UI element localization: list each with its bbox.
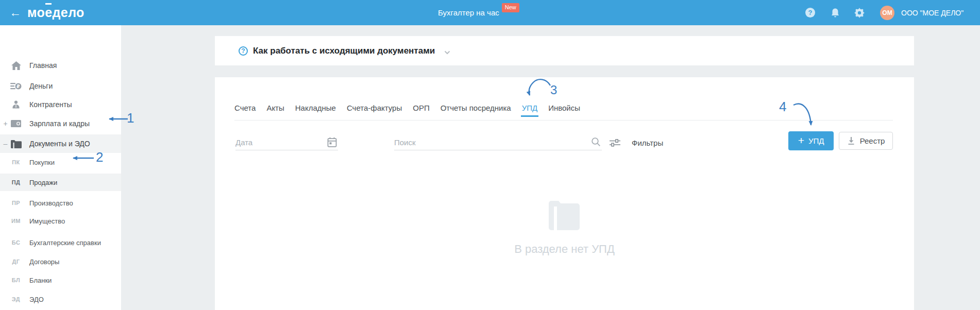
tab-orp[interactable]: ОРП [413, 103, 429, 113]
logo-text-2: дело [53, 5, 85, 20]
sidebar-item-money[interactable]: ₽ Деньги [0, 77, 121, 95]
sidebar-item-label: Производство [29, 199, 73, 207]
annotation-step-1: 1 [127, 110, 134, 126]
search-filter-field [394, 135, 602, 150]
collapse-minus-icon[interactable]: – [3, 140, 8, 148]
question-icon[interactable]: ? [239, 46, 248, 56]
home-icon [9, 61, 23, 70]
tab-upd[interactable]: УПД [522, 103, 537, 113]
filter-sliders-icon[interactable] [610, 139, 620, 149]
item-badge: ПР [9, 200, 23, 206]
register-button[interactable]: Реестр [839, 132, 893, 150]
sidebar: Главная ₽ Деньги Контрагенты + Зарплата … [0, 25, 121, 310]
sidebar-item-label: Деньги [29, 82, 53, 90]
search-icon[interactable] [591, 137, 601, 149]
money-icon: ₽ [9, 81, 23, 91]
sidebar-item-edo[interactable]: ЭД ЭДО [0, 290, 121, 308]
calendar-icon[interactable] [327, 137, 337, 150]
svg-text:₽: ₽ [16, 84, 20, 89]
sidebar-item-contracts[interactable]: ДГ Договоры [0, 252, 121, 271]
empty-folder-icon [549, 201, 580, 232]
back-arrow-icon[interactable]: ← [9, 0, 21, 25]
sidebar-item-label: Контрагенты [29, 100, 72, 109]
filters-label[interactable]: Фильтры [632, 139, 663, 147]
logo-text: мо [27, 5, 45, 20]
sidebar-item-production[interactable]: ПР Производство [0, 194, 121, 212]
help-icon[interactable]: ? [805, 8, 815, 18]
sidebar-item-label: Бланки [29, 277, 52, 284]
sidebar-item-accounting-certificates[interactable]: БС Бухгалтерские справки [0, 233, 121, 252]
folder-icon [9, 140, 23, 148]
register-label: Реестр [860, 136, 885, 145]
date-filter-field [235, 135, 338, 150]
sidebar-item-home[interactable]: Главная [0, 56, 121, 75]
sidebar-item-forms[interactable]: БЛ Бланки [0, 271, 121, 289]
help-bar: ? Как работать с исходящими документами [215, 36, 914, 65]
sidebar-item-sales[interactable]: ПД Продажи [0, 174, 121, 191]
download-icon [847, 136, 855, 145]
item-badge: ДГ [9, 259, 23, 265]
sidebar-item-label: Имущество [29, 217, 65, 225]
new-badge: New [502, 3, 519, 12]
logo-text-e: е [45, 5, 52, 20]
sidebar-item-salary[interactable]: + Зарплата и кадры [0, 114, 121, 133]
sidebar-item-property[interactable]: ИМ Имущество [0, 212, 121, 230]
sidebar-item-label: Покупки [29, 159, 55, 166]
topbar-right: ? ОМ ООО "МОЕ ДЕЛО" [805, 0, 964, 25]
search-input[interactable] [394, 135, 602, 150]
tab-scheta[interactable]: Счета [234, 103, 256, 113]
topbar: ← мое дело Бухгалтер на час New ? ОМ ООО… [0, 0, 980, 25]
plus-icon: + [798, 136, 804, 145]
item-badge: ПД [9, 179, 23, 185]
tab-invoysy[interactable]: Инвойсы [548, 103, 580, 113]
tab-akty[interactable]: Акты [266, 103, 284, 113]
notifications-bell-icon[interactable] [831, 8, 840, 18]
tab-nakladnye[interactable]: Накладные [295, 103, 336, 113]
item-badge: БЛ [9, 277, 23, 283]
sidebar-item-counterparties[interactable]: Контрагенты [0, 95, 121, 114]
sidebar-item-purchases[interactable]: ПК Покупки [0, 153, 121, 171]
promo-link[interactable]: Бухгалтер на час New [438, 0, 519, 25]
expand-plus-icon[interactable]: + [3, 119, 8, 128]
main-panel: Счета Акты Накладные Счета-фактуры ОРП О… [215, 77, 914, 310]
item-badge: ИМ [9, 218, 23, 224]
add-upd-label: УПД [808, 136, 824, 145]
sidebar-item-label: Зарплата и кадры [29, 119, 90, 128]
help-title: Как работать с исходящими документами [253, 46, 435, 56]
item-badge: БС [9, 239, 23, 246]
settings-gear-icon[interactable] [854, 8, 865, 18]
sidebar-item-label: ЭДО [29, 296, 44, 303]
tabs-bar: Счета Акты Накладные Счета-фактуры ОРП О… [234, 103, 893, 120]
salary-card-icon [9, 119, 23, 128]
item-badge: ЭД [9, 296, 23, 302]
app-logo[interactable]: мое дело [27, 0, 85, 25]
app-screen: ← мое дело Бухгалтер на час New ? ОМ ООО… [0, 0, 980, 310]
sidebar-item-label: Главная [29, 61, 57, 70]
item-badge: ПК [9, 159, 23, 165]
date-input[interactable] [235, 135, 338, 150]
tab-otchety-posrednika[interactable]: Отчеты посредника [441, 103, 511, 113]
chevron-down-icon[interactable] [444, 47, 450, 57]
sidebar-item-label: Продажи [29, 179, 57, 186]
promo-label: Бухгалтер на час [438, 8, 499, 17]
sidebar-item-label: Документы и ЭДО [29, 140, 90, 148]
company-name[interactable]: ООО "МОЕ ДЕЛО" [901, 9, 964, 17]
sidebar-item-label: Договоры [29, 258, 59, 266]
user-avatar[interactable]: ОМ [880, 6, 894, 20]
empty-state-message: В разделе нет УПД [215, 243, 914, 256]
sidebar-item-label: Бухгалтерские справки [29, 239, 101, 247]
tab-scheta-faktury[interactable]: Счета-фактуры [347, 103, 402, 113]
sidebar-item-documents-edo[interactable]: – Документы и ЭДО [0, 134, 121, 153]
person-icon [9, 100, 23, 109]
add-upd-button[interactable]: + УПД [788, 131, 834, 150]
